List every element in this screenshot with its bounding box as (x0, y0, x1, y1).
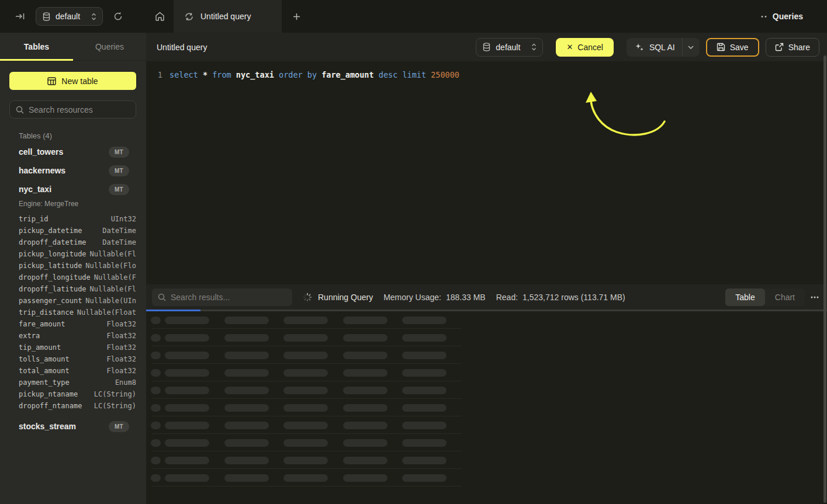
skeleton-cell (165, 457, 209, 464)
skeleton-row (146, 434, 827, 451)
column-name: dropoff_latitude (19, 283, 86, 295)
skeleton-cell (283, 422, 328, 429)
skeleton-cell (343, 457, 387, 464)
save-disk-icon (717, 43, 725, 51)
column-row-total_amount: total_amountFloat32 (0, 365, 146, 377)
search-resources-input[interactable] (29, 105, 134, 114)
table-item-stocks_stream[interactable]: stocks_streamMT (0, 417, 146, 436)
column-row-passenger_count: passenger_countNullable(UIn (0, 295, 146, 307)
search-results-input[interactable] (171, 293, 286, 302)
topbar-database-selector[interactable]: default (36, 7, 103, 26)
sql-editor[interactable]: 1 select * from nyc_taxi order by fare_a… (146, 61, 827, 284)
home-tab-button[interactable] (146, 0, 174, 33)
tab-untitled-query[interactable]: Untitled query (174, 0, 282, 33)
column-name: pickup_longitude (19, 248, 86, 260)
sql-token-identifier: nyc_taxi (236, 70, 274, 79)
skeleton-row (146, 346, 827, 364)
sql-token-plain (317, 70, 321, 79)
column-row-dropoff_datetime: dropoff_datetimeDateTime (0, 237, 146, 248)
skeleton-cell (283, 404, 328, 412)
code-line-1: 1 select * from nyc_taxi order by fare_a… (146, 69, 459, 81)
query-header: Untitled query default ✕ (146, 33, 827, 61)
column-name: fare_amount (19, 318, 65, 330)
sidebar-tab-queries[interactable]: Queries (73, 33, 146, 60)
skeleton-cell (224, 334, 269, 342)
plus-icon (293, 13, 300, 20)
column-type: UInt32 (111, 213, 136, 225)
refresh-button[interactable] (111, 9, 125, 23)
sidebar-collapse-button[interactable] (13, 10, 27, 23)
skeleton-cell (151, 317, 161, 324)
column-name: pickup_latitude (19, 260, 82, 272)
sql-token-identifier: fare_amount (321, 70, 373, 79)
column-type: Float32 (106, 318, 136, 330)
query-status: Running Query (303, 293, 373, 302)
queries-link[interactable]: Queries (760, 12, 803, 21)
new-table-label: New table (61, 77, 98, 86)
sidebar-tab-tables[interactable]: Tables (0, 33, 73, 60)
sql-token-keyword: select (169, 70, 198, 79)
table-name: stocks_stream (19, 422, 76, 431)
tables-section-label: Tables (4) (19, 131, 146, 140)
new-tab-button[interactable] (282, 0, 311, 33)
column-row-payment_type: payment_typeEnum8 (0, 377, 146, 388)
sql-token-keyword: desc (379, 70, 398, 79)
annotation-arrow (576, 89, 669, 139)
new-table-button[interactable]: New table (9, 72, 136, 90)
toggle-table-button[interactable]: Table (725, 289, 764, 306)
more-options-button[interactable] (811, 296, 819, 298)
sql-ai-dropdown-button[interactable] (682, 38, 700, 57)
skeleton-cell (224, 317, 269, 324)
toggle-chart-button[interactable]: Chart (765, 289, 805, 306)
skeleton-cell (224, 439, 269, 447)
status-text: Running Query (318, 293, 373, 302)
skeleton-row (146, 399, 827, 416)
column-row-pickup_longitude: pickup_longitudeNullable(Fl (0, 248, 146, 260)
query-database-value: default (496, 43, 520, 52)
column-type: Nullable(F (94, 272, 136, 283)
skeleton-cell (402, 457, 447, 464)
skeleton-cell (343, 474, 387, 482)
results-toolbar: Running Query Memory Usage: 188.33 MB Re… (146, 284, 827, 310)
sql-token-plain (207, 70, 212, 79)
skeleton-cell (165, 352, 209, 359)
column-row-pickup_ntaname: pickup_ntanameLC(String) (0, 388, 146, 400)
skeleton-row (146, 381, 827, 399)
table-name: cell_towers (19, 147, 63, 157)
engine-badge: MT (109, 147, 129, 158)
topbar-left: default (0, 0, 146, 33)
skeleton-cell (165, 387, 209, 394)
sql-token-identifier: * (203, 70, 207, 79)
column-row-trip_distance: trip_distanceNullable(Float (0, 307, 146, 318)
share-button[interactable]: Share (766, 38, 819, 57)
column-type: DateTime (102, 225, 136, 237)
skeleton-cell (402, 387, 447, 394)
column-name: tip_amount (19, 342, 61, 353)
table-item-cell_towers[interactable]: cell_towersMT (0, 142, 146, 161)
save-button[interactable]: Save (706, 38, 759, 57)
table-grid-icon (47, 77, 56, 85)
sql-ai-button[interactable]: SQL AI (627, 38, 682, 57)
query-actions: default ✕ Cancel (476, 38, 827, 57)
column-type: Float32 (106, 342, 136, 353)
skeleton-cell (165, 422, 209, 429)
skeleton-cell (343, 404, 387, 412)
skeleton-row (146, 416, 827, 434)
column-row-dropoff_ntaname: dropoff_ntanameLC(String) (0, 400, 146, 412)
cancel-button[interactable]: ✕ Cancel (556, 38, 614, 57)
skeleton-cell (224, 352, 269, 359)
skeleton-cell (343, 439, 387, 447)
line-number: 1 (146, 69, 162, 81)
table-item-nyc_taxi[interactable]: nyc_taxiMT (0, 180, 146, 199)
table-item-hackernews[interactable]: hackernewsMT (0, 161, 146, 180)
sidebar-search (9, 100, 136, 119)
vertical-scrollbar[interactable] (823, 55, 826, 503)
updown-chevron-icon (91, 13, 96, 20)
query-database-selector[interactable]: default (476, 38, 543, 57)
home-icon (155, 12, 165, 21)
queries-dots-icon (760, 15, 767, 18)
column-type: Enum8 (115, 377, 136, 388)
refresh-icon (113, 12, 123, 21)
skeleton-cell (402, 474, 447, 482)
search-icon (158, 293, 166, 301)
